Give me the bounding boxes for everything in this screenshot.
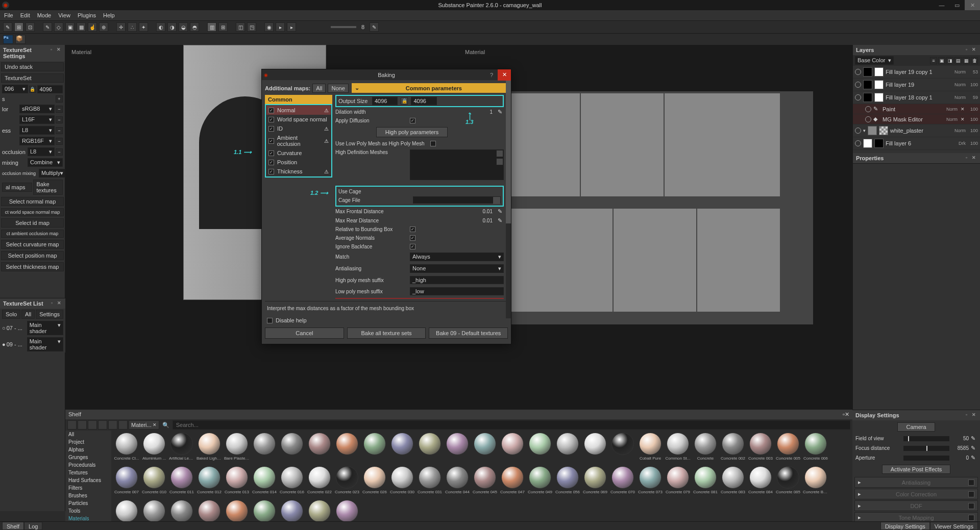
layer-blend-mode[interactable]: Norm [942, 117, 958, 122]
material-item[interactable]: Concrete 085 [775, 466, 801, 499]
shelf-category-filters[interactable]: Filters [65, 484, 111, 492]
tool-sym-icon[interactable]: ▥ [207, 22, 216, 32]
tslist-settings-button[interactable]: Settings [36, 310, 63, 319]
layers-close-icon[interactable]: ✕ [972, 47, 977, 52]
max-rear-value[interactable]: 0.01 [483, 218, 493, 223]
remove-channel-2-icon[interactable]: − [56, 116, 63, 123]
layer-name[interactable]: Fill layer 6 [886, 140, 948, 146]
select-normal-map-button[interactable]: Select normal map [1, 197, 64, 206]
disp-close-icon[interactable]: ✕ [972, 412, 977, 417]
hd-mesh-remove-icon[interactable] [496, 158, 503, 165]
material-item[interactable]: Concrete Bri... [224, 500, 250, 521]
layer-tool1-icon[interactable]: ≡ [930, 57, 937, 64]
tslist-close-icon[interactable]: ✕ [57, 300, 62, 306]
dialog-cancel-button[interactable]: Cancel [265, 327, 344, 339]
rel-bbox-checkbox[interactable]: ✓ [410, 226, 415, 232]
select-ao-map-button[interactable]: ct ambient occlusion map [1, 230, 64, 238]
textureset-item[interactable]: ○07 - ...Main shader▾ [0, 320, 65, 336]
activate-post-effects-button[interactable]: Activate Post Effects [882, 465, 951, 474]
apply-diffusion-checkbox[interactable]: ✓ [410, 118, 415, 123]
common-parameters-header[interactable]: ⌄ Common parameters [352, 83, 508, 93]
material-item[interactable]: Concrete [692, 433, 719, 465]
disable-help-checkbox[interactable] [267, 318, 273, 323]
material-item[interactable]: Concrete Wi... [306, 500, 333, 521]
dialog-close-button[interactable]: ✕ [498, 69, 511, 81]
all-maps-button[interactable]: al maps [2, 183, 32, 192]
ts-shader-select[interactable]: Main shader▾ [27, 337, 63, 351]
rgb16f-select[interactable]: RGB16F▾ [19, 137, 55, 145]
statusbar-viewer-tab[interactable]: Viewer Settings [930, 522, 978, 530]
camera-section-header[interactable]: Camera [897, 422, 935, 432]
material-item[interactable]: Concrete Ba... [196, 500, 223, 521]
ignore-backface-checkbox[interactable]: ✓ [410, 244, 415, 249]
material-item[interactable] [306, 433, 333, 465]
max-rear-edit-icon[interactable]: ✎ [498, 217, 504, 223]
material-item[interactable]: Concrete 045 [472, 466, 498, 499]
material-item[interactable] [279, 433, 305, 465]
statusbar-display-tab[interactable]: Display Settings [880, 522, 930, 530]
shelf-category-materials[interactable]: Materials [65, 515, 111, 521]
fov-edit-icon[interactable]: ✎ [971, 435, 977, 442]
material-item[interactable] [416, 433, 443, 465]
ts-visibility-icon[interactable]: ○ [2, 325, 6, 331]
material-item[interactable]: Concrete Sl... [279, 500, 305, 521]
material-item[interactable] [444, 433, 471, 465]
l8b-select[interactable]: L8▾ [28, 147, 55, 156]
output-size-1-select[interactable]: 4096 [372, 97, 398, 105]
map-item-normal[interactable]: ✓Normal⚠ [266, 106, 331, 115]
dialog-bake-09-button[interactable]: Bake 09 - Default textures [429, 327, 508, 339]
avg-normals-checkbox[interactable]: ✓ [410, 235, 415, 241]
map-item-world-space-normal[interactable]: ✓World space normal [266, 115, 331, 124]
material-item[interactable]: Concrete 006 [802, 433, 829, 465]
material-item[interactable]: Concrete 084 [747, 466, 774, 499]
layer-tool4-icon[interactable]: ▤ [954, 57, 962, 64]
undo-stack-button[interactable]: Undo stack [1, 62, 64, 71]
material-item[interactable] [499, 433, 526, 465]
layer-thumbnail[interactable] [863, 139, 872, 148]
map-item-curvature[interactable]: ✓Curvature [266, 148, 331, 158]
layer-tool5-icon[interactable]: ▦ [963, 57, 970, 64]
material-item[interactable]: Concrete 003 [747, 433, 774, 465]
layer-row[interactable]: Fill layer 19Norm100 [853, 79, 980, 91]
layer-opacity[interactable]: 100 [968, 117, 978, 122]
high-poly-params-header[interactable]: High poly parameters [376, 127, 448, 137]
layer-name[interactable]: Paint [883, 106, 940, 112]
shelf-search-input[interactable] [173, 420, 850, 430]
material-item[interactable]: Concrete 010 [141, 466, 167, 499]
use-low-poly-checkbox[interactable] [430, 141, 436, 146]
effect-checkbox[interactable] [968, 515, 974, 521]
effect-color-correction[interactable]: ▸Color Correction [854, 489, 978, 499]
material-item[interactable] [361, 433, 388, 465]
brush-size-slider[interactable] [331, 26, 356, 28]
material-item[interactable] [554, 433, 581, 465]
tool-grid-icon[interactable]: ⊞ [218, 22, 228, 32]
photoshop-icon[interactable]: Ps [3, 35, 13, 44]
material-item[interactable]: Concrete 002 [720, 433, 746, 465]
focus-edit-icon[interactable]: ✎ [971, 445, 977, 451]
remove-channel-3-icon[interactable]: − [56, 127, 63, 134]
dilation-edit-icon[interactable]: ✎ [498, 109, 504, 115]
tool-smudge-icon[interactable]: ☝ [88, 22, 97, 32]
material-item[interactable] [251, 433, 278, 465]
menu-plugins[interactable]: Plugins [78, 12, 96, 18]
tslist-float-icon[interactable]: ▫ [51, 300, 56, 306]
select-wsn-map-button[interactable]: ct world space normal map [1, 208, 64, 216]
material-item[interactable]: Concrete 026 [361, 466, 388, 499]
effect-checkbox[interactable] [968, 503, 974, 509]
material-item[interactable]: Concrete 016 [279, 466, 305, 499]
props-close-icon[interactable]: ✕ [972, 155, 977, 160]
layer-mask-thumbnail[interactable] [874, 80, 884, 89]
select-thick-map-button[interactable]: Select thickness map [1, 262, 64, 271]
layer-opacity[interactable]: 59 [968, 95, 978, 100]
max-frontal-value[interactable]: 0.01 [483, 209, 493, 214]
textureset-item[interactable]: ●09 - ...Main shader▾ [0, 336, 65, 352]
layer-visibility-icon[interactable] [855, 140, 861, 146]
shelf-folder-icon[interactable] [67, 420, 77, 430]
material-item[interactable] [334, 433, 360, 465]
layer-visibility-icon[interactable] [855, 82, 861, 88]
tool-paint-icon[interactable]: ✎ [43, 22, 52, 32]
material-item[interactable]: Concrete 030 [389, 466, 415, 499]
material-item[interactable]: Concrete 056 [554, 466, 581, 499]
material-item[interactable]: Baked Lighti... [196, 433, 223, 465]
material-item[interactable]: Concrete Ba... [141, 500, 167, 521]
